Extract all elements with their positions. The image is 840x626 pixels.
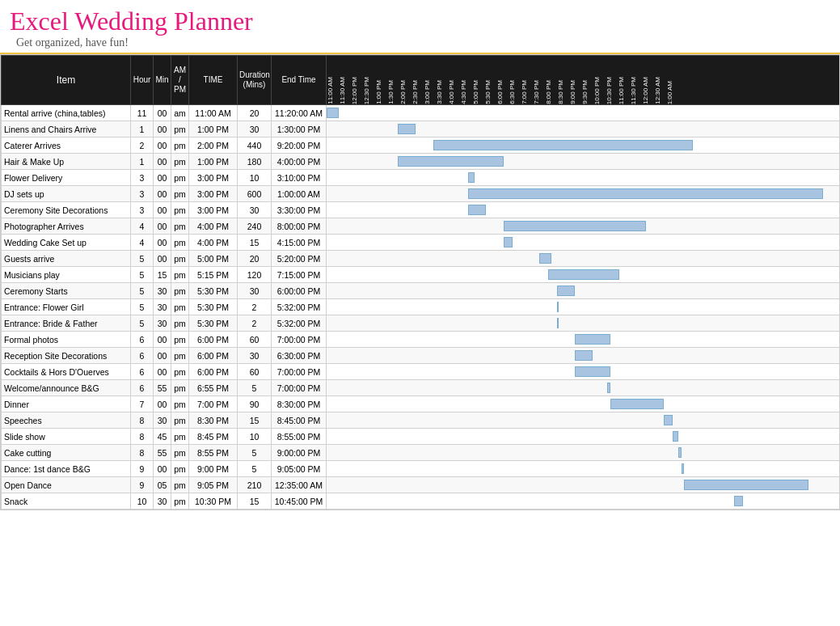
table-row: Rental arrive (china,tables)1100am11:00 … — [2, 105, 841, 121]
col-header-min: Min — [154, 56, 171, 105]
table-row: Reception Site Decorations600pm6:00 PM30… — [2, 348, 841, 364]
gantt-bar — [468, 172, 474, 183]
gantt-cell — [327, 251, 841, 267]
table-row: Dinner700pm7:00 PM908:30:00 PM — [2, 396, 841, 412]
table-row: Open Dance905pm9:05 PM21012:35:00 AM — [2, 477, 841, 493]
gantt-cell — [327, 202, 841, 218]
col-header-duration: Duration (Mins) — [238, 56, 272, 105]
gantt-bar — [504, 237, 513, 247]
table-row: Cocktails & Hors D'Ouerves600pm6:00 PM60… — [2, 364, 841, 380]
gantt-bar — [575, 334, 610, 345]
gantt-bar — [734, 496, 743, 506]
table-row: Slide show845pm8:45 PM108:55:00 PM — [2, 429, 841, 445]
table-row: Cake cutting855pm8:55 PM59:00:00 PM — [2, 445, 841, 461]
gantt-bar — [664, 415, 673, 425]
table-row: Photographer Arrives400pm4:00 PM2408:00:… — [2, 218, 841, 235]
gantt-bar — [433, 140, 694, 150]
gantt-cell — [327, 235, 841, 251]
gantt-bar — [610, 399, 664, 409]
gantt-bar — [548, 269, 619, 280]
app-title: Excel Wedding Planner — [10, 6, 830, 36]
table-row: Ceremony Starts530pm5:30 PM306:00:00 PM — [2, 283, 841, 299]
table-row: Entrance: Flower Girl530pm5:30 PM25:32:0… — [2, 299, 841, 315]
gantt-bar — [504, 221, 645, 231]
gantt-cell — [327, 299, 841, 315]
gantt-bar — [539, 253, 551, 264]
gantt-cell — [327, 396, 841, 412]
table-row: Musicians play515pm5:15 PM1207:15:00 PM — [2, 267, 841, 283]
gantt-bar — [682, 463, 685, 474]
table-row: Wedding Cake Set up400pm4:00 PM154:15:00… — [2, 235, 841, 251]
main-table-wrapper: Item Hour Min AM / PM TIME Duration (Min… — [0, 54, 840, 510]
gantt-cell — [327, 137, 841, 154]
gantt-cell — [327, 105, 841, 121]
col-header-ampm: AM / PM — [171, 56, 189, 105]
gantt-bar — [557, 302, 559, 312]
gantt-cell — [327, 186, 841, 202]
header: Excel Wedding Planner Get organized, hav… — [0, 0, 840, 54]
col-header-endtime: End Time — [272, 56, 327, 105]
gantt-cell — [327, 170, 841, 186]
table-row: Speeches830pm8:30 PM158:45:00 PM — [2, 412, 841, 429]
gantt-bar — [673, 431, 678, 442]
table-row: Guests arrive500pm5:00 PM205:20:00 PM — [2, 251, 841, 267]
gantt-bar — [468, 188, 823, 199]
gantt-cell — [327, 380, 841, 396]
col-header-item: Item — [2, 56, 131, 105]
gantt-bar — [468, 205, 486, 215]
gantt-cell — [327, 315, 841, 332]
col-header-time: TIME — [189, 56, 238, 105]
gantt-cell — [327, 429, 841, 445]
table-row: Entrance: Bride & Father530pm5:30 PM25:3… — [2, 315, 841, 332]
gantt-bar — [575, 366, 610, 377]
gantt-bar — [575, 350, 593, 361]
table-row: Formal photos600pm6:00 PM607:00:00 PM — [2, 332, 841, 348]
table-row: Hair & Make Up100pm1:00 PM1804:00:00 PM — [2, 154, 841, 170]
table-row: Flower Delivery300pm3:00 PM103:10:00 PM — [2, 170, 841, 186]
gantt-cell — [327, 412, 841, 429]
gantt-cell — [327, 121, 841, 137]
gantt-bar — [398, 156, 504, 167]
table-row: Dance: 1st dance B&G900pm9:00 PM59:05:00… — [2, 461, 841, 477]
table-row: Welcome/announce B&G655pm6:55 PM57:00:00… — [2, 380, 841, 396]
gantt-bar — [678, 447, 682, 458]
gantt-cell — [327, 348, 841, 364]
gantt-cell — [327, 493, 841, 510]
gantt-cell — [327, 477, 841, 493]
table-row: Caterer Arrives200pm2:00 PM4409:20:00 PM — [2, 137, 841, 154]
gantt-cell — [327, 154, 841, 170]
gantt-cell — [327, 364, 841, 380]
gantt-bar — [684, 480, 808, 490]
col-header-timeline: 11:00 AM11:30 AM12:00 PM12:30 PM1:00 PM1… — [327, 56, 841, 105]
gantt-cell — [327, 218, 841, 235]
gantt-bar — [398, 124, 416, 134]
gantt-cell — [327, 283, 841, 299]
gantt-bar — [607, 383, 610, 393]
gantt-cell — [327, 461, 841, 477]
gantt-cell — [327, 267, 841, 283]
gantt-bar — [327, 108, 339, 118]
table-row: Linens and Chairs Arrive100pm1:00 PM301:… — [2, 121, 841, 137]
table-row: Snack1030pm10:30 PM1510:45:00 PM — [2, 493, 841, 510]
gantt-bar — [557, 286, 575, 296]
gantt-cell — [327, 332, 841, 348]
table-row: DJ sets up300pm3:00 PM6001:00:00 AM — [2, 186, 841, 202]
gantt-cell — [327, 445, 841, 461]
gantt-bar — [557, 318, 559, 328]
col-header-hour: Hour — [131, 56, 154, 105]
app-subtitle: Get organized, have fun! — [16, 36, 830, 49]
table-row: Ceremony Site Decorations300pm3:00 PM303… — [2, 202, 841, 218]
